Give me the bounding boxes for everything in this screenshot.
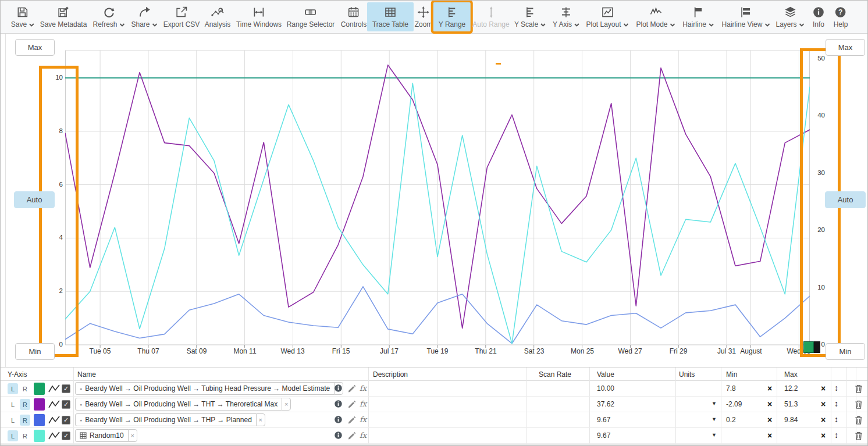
formula-icon[interactable]: fx: [360, 415, 367, 424]
right-auto-button[interactable]: Auto: [825, 191, 866, 208]
clear-min-icon[interactable]: ×: [767, 415, 772, 424]
clear-max-icon[interactable]: ×: [821, 399, 826, 409]
save-metadata-button[interactable]: Save Metadata: [35, 2, 93, 31]
info-icon[interactable]: [334, 431, 343, 440]
value-cell: 9.67: [597, 431, 610, 440]
left-max-button[interactable]: Max: [15, 39, 55, 56]
right-max-button[interactable]: Max: [826, 39, 865, 56]
line-style-icon[interactable]: [48, 399, 61, 409]
line-style-icon[interactable]: [48, 383, 61, 394]
trace-visible-checkbox[interactable]: ✓: [62, 384, 70, 393]
expand-range-icon[interactable]: ↕: [834, 383, 838, 393]
trace-color-swatch[interactable]: [34, 398, 45, 411]
clear-min-icon[interactable]: ×: [767, 431, 772, 440]
time-windows-button[interactable]: Time Windows: [231, 2, 287, 31]
line-style-icon[interactable]: [48, 430, 61, 441]
right-axis-badge[interactable]: R: [20, 415, 30, 426]
remove-trace-icon[interactable]: ×: [256, 413, 265, 426]
trace-name-pill[interactable]: ● Beardy Well → Oil Producing Well → THP…: [75, 413, 256, 426]
pencil-icon[interactable]: [347, 384, 357, 393]
right-axis-badge[interactable]: R: [20, 430, 30, 441]
share-button[interactable]: Share: [126, 2, 162, 31]
min-input[interactable]: 7.8: [726, 384, 736, 393]
clear-min-icon[interactable]: ×: [767, 399, 772, 409]
trace-visible-checkbox[interactable]: ✓: [62, 431, 70, 440]
max-input[interactable]: 9.84: [784, 416, 798, 424]
formula-icon[interactable]: fx: [360, 431, 367, 440]
plot-mode-button[interactable]: Plot Mode: [631, 2, 680, 31]
clear-max-icon[interactable]: ×: [821, 415, 826, 424]
y-axis-button[interactable]: Y Axis: [547, 2, 585, 31]
trace-name-pill[interactable]: ● Beardy Well → Oil Producing Well → Tub…: [75, 382, 334, 395]
y-range-icon: [445, 5, 459, 19]
left-min-button[interactable]: Min: [15, 343, 55, 360]
max-input[interactable]: 51.3: [784, 400, 798, 408]
y-scale-button[interactable]: Y Scale: [509, 2, 551, 31]
hairline-button[interactable]: Hairline: [677, 2, 719, 31]
left-axis-badge[interactable]: L: [8, 399, 18, 410]
chevron-down-icon: [764, 23, 770, 27]
left-axis-badge[interactable]: L: [8, 415, 18, 426]
info-button[interactable]: Info: [806, 2, 831, 31]
controls-button[interactable]: Controls: [336, 2, 372, 31]
left-axis-badge[interactable]: L: [8, 430, 18, 441]
remove-trace-icon[interactable]: ×: [128, 429, 137, 442]
pencil-icon[interactable]: [347, 415, 357, 424]
delete-trace-icon[interactable]: [855, 415, 863, 425]
delete-trace-icon[interactable]: [855, 384, 863, 394]
col-name: Name: [77, 370, 96, 379]
delete-trace-icon[interactable]: [855, 431, 863, 441]
trace-name-pill[interactable]: ● Beardy Well → Oil Producing Well → THT…: [75, 398, 282, 411]
trace-table-button[interactable]: Trace Table: [367, 2, 414, 31]
zoom-label: Zoom: [415, 20, 433, 28]
formula-icon[interactable]: fx: [360, 399, 367, 408]
info-icon[interactable]: [334, 384, 343, 393]
units-dropdown-icon[interactable]: ▼: [712, 401, 717, 406]
x-axis-tick-label: Sat 23: [515, 347, 553, 355]
trace-color-swatch[interactable]: [34, 414, 45, 426]
range-thumb-black[interactable]: [814, 341, 820, 353]
range-selector-button[interactable]: Range Selector: [282, 2, 340, 31]
max-input[interactable]: 12.2: [784, 384, 798, 393]
pencil-icon[interactable]: [347, 431, 357, 440]
trace-visible-checkbox[interactable]: ✓: [62, 400, 70, 409]
x-axis-tick-label: Jul 17: [370, 347, 408, 355]
left-axis-badge[interactable]: L: [8, 383, 18, 394]
clear-min-icon[interactable]: ×: [767, 384, 772, 393]
units-dropdown-icon[interactable]: ▼: [712, 416, 717, 422]
line-chart[interactable]: [65, 50, 810, 348]
left-auto-button[interactable]: Auto: [14, 191, 55, 208]
right-axis-badge[interactable]: R: [20, 383, 30, 394]
y-range-button[interactable]: Y Range: [433, 2, 471, 31]
trace-visible-checkbox[interactable]: ✓: [62, 416, 70, 424]
clear-max-icon[interactable]: ×: [821, 384, 826, 393]
clear-max-icon[interactable]: ×: [821, 431, 826, 440]
formula-icon[interactable]: fx: [360, 384, 367, 393]
export-csv-button[interactable]: Export CSV: [158, 2, 205, 31]
plot-layout-button[interactable]: Plot Layout: [581, 2, 634, 31]
info-icon[interactable]: [334, 399, 343, 408]
line-style-icon[interactable]: [48, 415, 61, 425]
trace-color-swatch[interactable]: [34, 430, 45, 442]
chevron-down-icon: [670, 23, 675, 27]
plot-region[interactable]: [65, 50, 810, 348]
expand-range-icon[interactable]: ↕: [834, 399, 838, 408]
layers-button[interactable]: Layers: [770, 2, 809, 31]
remove-trace-icon[interactable]: ×: [282, 398, 291, 411]
trace-color-swatch[interactable]: [34, 383, 45, 395]
info-icon[interactable]: [334, 415, 343, 424]
units-dropdown-icon[interactable]: ▼: [712, 432, 717, 438]
expand-range-icon[interactable]: ↕: [834, 415, 838, 424]
right-min-button[interactable]: Min: [826, 343, 865, 360]
help-button[interactable]: ? Help: [828, 2, 853, 31]
range-thumb-green[interactable]: [803, 341, 814, 353]
trace-name-pill[interactable]: Random10: [75, 429, 128, 442]
refresh-button[interactable]: Refresh: [87, 2, 130, 31]
hairline-view-button[interactable]: Hairline View: [717, 2, 775, 31]
pencil-icon[interactable]: [347, 399, 357, 409]
expand-range-icon[interactable]: ↕: [834, 430, 838, 440]
min-input[interactable]: 0.2: [726, 416, 736, 424]
right-axis-badge[interactable]: R: [20, 399, 30, 410]
min-input[interactable]: -2.09: [726, 400, 742, 408]
delete-trace-icon[interactable]: [855, 399, 863, 409]
